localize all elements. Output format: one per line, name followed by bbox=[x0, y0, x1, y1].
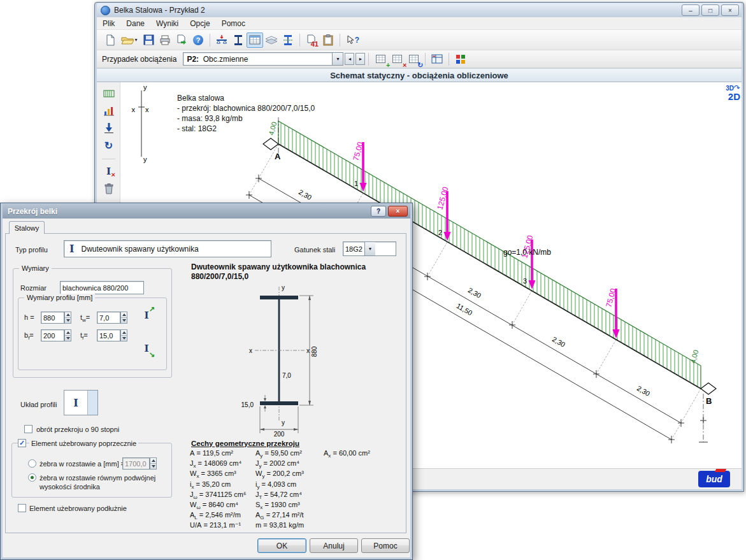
clipboard-button[interactable] bbox=[320, 32, 336, 48]
field-bf-spinner[interactable] bbox=[64, 329, 71, 341]
toolbar-separator bbox=[425, 53, 426, 66]
dim-segment-label: 2,30 bbox=[298, 188, 313, 201]
layout-dropdown-area[interactable] bbox=[87, 391, 97, 415]
new-file-button[interactable] bbox=[102, 32, 118, 48]
load-wizard-button[interactable] bbox=[452, 52, 469, 67]
open-dropdown-icon[interactable]: ▾ bbox=[134, 37, 137, 43]
node-label: 1 bbox=[354, 180, 358, 187]
layers-view-button[interactable] bbox=[263, 32, 280, 48]
field-h-spinner[interactable] bbox=[64, 312, 71, 324]
transverse-checkbox[interactable]: ✓ bbox=[18, 439, 26, 447]
main-title-bar[interactable]: Belka Stalowa - Przykład 2 – □ × bbox=[97, 3, 742, 17]
field-bf-input[interactable]: 200 bbox=[41, 329, 64, 341]
scheme-view-button[interactable] bbox=[213, 32, 230, 48]
app-icon bbox=[101, 6, 110, 15]
section-title-1: Dwuteownik spawany użytkownika blachowni… bbox=[191, 262, 366, 271]
steel-grade-value: 18G2 bbox=[343, 245, 364, 253]
field-tf-spinner[interactable] bbox=[120, 329, 127, 341]
profile-type-label: Typ profilu bbox=[15, 246, 48, 254]
left-toolbar-separator bbox=[102, 159, 115, 159]
prev-case-button[interactable]: ◄ bbox=[345, 53, 354, 65]
axis-label-y-top: y bbox=[143, 83, 147, 91]
spacing-spinner[interactable] bbox=[150, 457, 157, 470]
cancel-button[interactable]: Anuluj bbox=[310, 538, 358, 553]
double-height-label-1[interactable]: żebra w rozstawie równym podwójnej bbox=[39, 474, 155, 482]
results-chart-button[interactable] bbox=[100, 103, 117, 118]
tab-stalowy[interactable]: Stalowy bbox=[9, 221, 45, 234]
menu-wyniki[interactable]: Wyniki bbox=[150, 18, 184, 29]
longitudinal-label[interactable]: Element użebrowany podłużnie bbox=[29, 505, 127, 512]
toolbar-separator bbox=[340, 34, 340, 47]
double-height-radio[interactable] bbox=[28, 473, 36, 482]
delete-section-button[interactable]: I× bbox=[100, 164, 117, 179]
steel-grade-combo[interactable]: 18G2 ▼ bbox=[343, 241, 396, 256]
view-header-title: Schemat statyczny - obciążenia obliczeni… bbox=[330, 71, 508, 80]
field-tf-input[interactable]: 15,0 bbox=[97, 329, 120, 341]
window-title: Belka Stalowa - Przykład 2 bbox=[114, 6, 680, 15]
menu-pomoc[interactable]: Pomoc bbox=[216, 18, 251, 29]
rotate-90-checkbox[interactable] bbox=[24, 425, 32, 433]
section-property: AL = 2,546 m²/m bbox=[190, 511, 255, 521]
next-case-button[interactable]: ► bbox=[355, 53, 365, 65]
transverse-label[interactable]: Element użebrowany poprzecznie bbox=[29, 440, 138, 447]
steel-grade-dropdown[interactable]: ▼ bbox=[364, 242, 375, 255]
view-mode-widget[interactable]: 3D↷ 2D bbox=[710, 83, 740, 101]
dialog-help-button[interactable]: ? bbox=[371, 206, 386, 217]
deflection-button[interactable] bbox=[100, 120, 117, 136]
help-button[interactable]: ? bbox=[190, 32, 206, 48]
spacing-radio[interactable] bbox=[28, 459, 36, 468]
table-view-button[interactable] bbox=[247, 32, 263, 48]
profile-type-combo[interactable]: I Dwuteownik spawany użytkownika bbox=[64, 240, 271, 257]
help-button-dialog[interactable]: Pomoc bbox=[361, 538, 410, 553]
context-help-button[interactable]: ? bbox=[343, 32, 362, 48]
toolbar-main: ▾ ? 41 ? bbox=[97, 30, 742, 50]
profile-view-button[interactable] bbox=[230, 32, 247, 48]
support-b-label: B bbox=[706, 396, 712, 406]
dialog-title-bar[interactable]: Przekrój belki ? × bbox=[3, 204, 410, 219]
section-properties-title: Cechy geometryczne przekroju bbox=[191, 440, 299, 447]
menu-bar: Plik Dane Wyniki Opcje Pomoc bbox=[97, 17, 742, 30]
axis-label-x-left: x bbox=[132, 106, 136, 113]
trash-button[interactable] bbox=[100, 181, 117, 196]
add-load-case-button[interactable]: + bbox=[372, 52, 389, 67]
layers-icon bbox=[265, 36, 278, 45]
load-case-dropdown-button[interactable]: ▼ bbox=[332, 53, 343, 65]
view-2d-label[interactable]: 2D bbox=[728, 91, 740, 102]
print-button[interactable] bbox=[157, 32, 173, 48]
export-button[interactable] bbox=[173, 32, 190, 48]
section-property: ix = 35,20 cm bbox=[190, 480, 255, 490]
profile-layout-button[interactable]: I bbox=[64, 390, 98, 415]
section-property: U/A = 213,1 m⁻¹ bbox=[190, 521, 255, 531]
menu-dane[interactable]: Dane bbox=[120, 18, 150, 29]
field-tw-input[interactable]: 7,0 bbox=[97, 312, 120, 324]
spacing-radio-label[interactable]: żebra w rozstawie a [mm] = bbox=[39, 460, 125, 468]
section-view-button[interactable] bbox=[280, 32, 296, 48]
rotate-90-label[interactable]: obrót przekroju o 90 stopni bbox=[36, 426, 119, 433]
double-height-label-2[interactable]: wysokości środnika bbox=[39, 483, 100, 491]
size-combo[interactable]: blachownica 880/200 bbox=[60, 281, 144, 294]
rotate-view-button[interactable]: ↻ bbox=[100, 138, 117, 153]
delete-load-case-button[interactable]: × bbox=[389, 52, 405, 67]
field-h-input[interactable]: 880 bbox=[41, 312, 64, 324]
save-button[interactable] bbox=[140, 32, 157, 48]
export-icon bbox=[176, 34, 187, 45]
open-file-button[interactable]: ▾ bbox=[118, 32, 140, 48]
refresh-load-case-button[interactable]: ↻ bbox=[405, 52, 422, 67]
field-tw-spinner[interactable] bbox=[120, 312, 127, 324]
load-case-combo[interactable]: P2: Obc.zmienne ▼ bbox=[183, 52, 343, 66]
section-title-2: 880/200/7,0/15,0 bbox=[191, 272, 248, 281]
report-41-icon: 41 bbox=[311, 41, 319, 48]
menu-plik[interactable]: Plik bbox=[97, 18, 120, 29]
maximize-button[interactable]: □ bbox=[701, 4, 719, 16]
report-button[interactable]: 41 bbox=[303, 32, 320, 48]
longitudinal-checkbox[interactable] bbox=[18, 504, 26, 512]
menu-opcje[interactable]: Opcje bbox=[184, 18, 215, 29]
load-table-button[interactable] bbox=[429, 52, 445, 67]
ok-button[interactable]: OK bbox=[257, 538, 306, 553]
spacing-input[interactable]: 1700,0 bbox=[122, 457, 150, 470]
new-file-icon bbox=[104, 34, 116, 46]
minimize-button[interactable]: – bbox=[682, 4, 699, 16]
section-display-button[interactable] bbox=[100, 86, 117, 101]
close-button[interactable]: × bbox=[721, 4, 739, 16]
dialog-close-button[interactable]: × bbox=[388, 206, 408, 217]
